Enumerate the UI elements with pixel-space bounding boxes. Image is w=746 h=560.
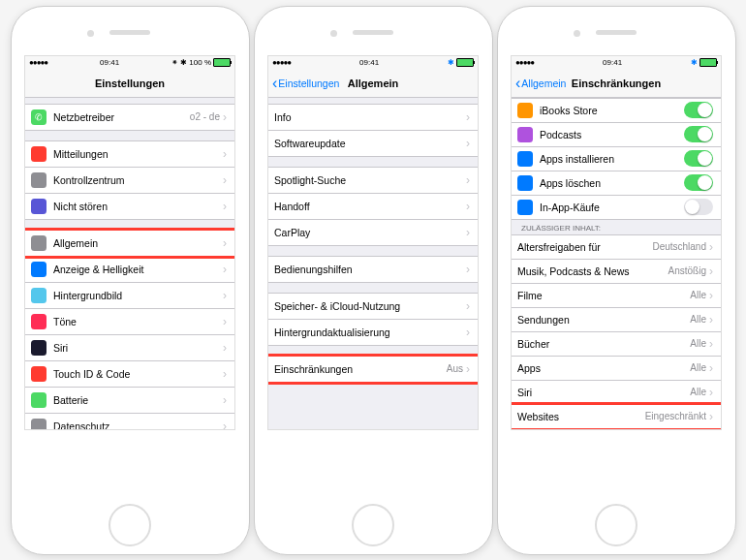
settings-row[interactable]: Bedienungshilfen›: [268, 256, 478, 283]
settings-row[interactable]: Kontrollzentrum›: [25, 168, 234, 194]
row-label: Töne: [53, 316, 220, 327]
row-label: Websites: [517, 411, 645, 422]
row-carrier[interactable]: ✆ Netzbetreiber o2 - de ›: [25, 104, 234, 131]
row-value: Eingeschränkt: [645, 411, 706, 421]
settings-row[interactable]: AppsAlle›: [512, 357, 721, 381]
settings-row[interactable]: CarPlay›: [268, 220, 478, 246]
home-button[interactable]: [109, 504, 151, 546]
row-icon: [31, 262, 47, 277]
settings-row[interactable]: EinschränkungenAus›: [268, 356, 478, 383]
phone-general: ●●●●● 09:41 ✱ Einstellungen Allgemein In…: [254, 6, 493, 555]
settings-row[interactable]: Hintergrundbild›: [25, 283, 234, 309]
toggle-row[interactable]: Apps löschen: [512, 171, 721, 196]
row-label: Musik, Podcasts & News: [517, 265, 668, 277]
settings-row[interactable]: Nicht stören›: [25, 194, 234, 220]
settings-row[interactable]: Mitteilungen›: [25, 140, 234, 168]
toggle-switch[interactable]: [684, 126, 713, 142]
back-button[interactable]: Einstellungen: [272, 78, 339, 89]
row-label: Hintergrundbild: [53, 290, 220, 301]
toggle-row[interactable]: Podcasts: [512, 123, 721, 147]
settings-row[interactable]: WebsitesEingeschränkt›: [512, 405, 721, 429]
row-label: Allgemein: [53, 237, 220, 249]
row-value: Alle: [690, 314, 706, 325]
general-list[interactable]: Info›Softwareupdate›Spotlight-Suche›Hand…: [268, 98, 478, 429]
nav-title: Einschränkungen: [572, 78, 661, 89]
row-value: Deutschland: [652, 241, 706, 252]
back-button[interactable]: Allgemein: [515, 78, 566, 89]
settings-row[interactable]: BücherAlle›: [512, 332, 721, 357]
row-label: Siri: [53, 342, 220, 354]
row-icon: [31, 235, 47, 251]
settings-row[interactable]: SiriAlle›: [512, 381, 721, 405]
toggle-row[interactable]: iBooks Store: [512, 98, 721, 123]
row-label: Altersfreigaben für: [517, 241, 652, 253]
nav-bar: Einstellungen Allgemein: [268, 70, 478, 98]
toggle-row[interactable]: Apps installieren: [512, 147, 721, 171]
toggle-switch[interactable]: [684, 150, 713, 167]
settings-row[interactable]: Batterie›: [25, 388, 234, 414]
row-value: Aus: [447, 363, 463, 374]
settings-list[interactable]: ✆ Netzbetreiber o2 - de › Mitteilungen›K…: [25, 98, 234, 429]
row-label: Apps: [517, 362, 690, 374]
row-icon: [31, 419, 47, 429]
settings-row[interactable]: Spotlight-Suche›: [268, 167, 478, 194]
row-label: Batterie: [53, 394, 220, 406]
settings-row[interactable]: Datenschutz›: [25, 414, 234, 429]
toggle-switch[interactable]: [684, 174, 713, 191]
row-value: Alle: [690, 338, 706, 349]
row-label: In-App-Käufe: [540, 202, 684, 213]
settings-row[interactable]: Handoff›: [268, 194, 478, 220]
app-icon: [517, 127, 533, 142]
status-bar: ●●●●● 09:41 ⁕ ✱100 %: [25, 56, 234, 70]
nav-title: Einstellungen: [95, 78, 165, 89]
row-icon: [31, 288, 47, 303]
settings-row[interactable]: SendungenAlle›: [512, 308, 721, 332]
row-icon: [31, 366, 47, 382]
app-icon: [517, 151, 533, 167]
app-icon: [517, 103, 533, 118]
settings-row[interactable]: Hintergrundaktualisierung›: [268, 320, 478, 346]
row-value: Alle: [690, 290, 706, 300]
screen: ●●●●● 09:41 ✱ Einstellungen Allgemein In…: [267, 55, 479, 430]
row-icon: [31, 199, 47, 214]
toggle-switch[interactable]: [684, 102, 713, 118]
screen: ●●●●● 09:41 ✱ Allgemein Einschränkungen …: [511, 55, 722, 430]
settings-row[interactable]: Töne›: [25, 309, 234, 335]
row-label: Speicher- & iCloud-Nutzung: [274, 300, 463, 312]
phone-restrictions: ●●●●● 09:41 ✱ Allgemein Einschränkungen …: [497, 6, 736, 555]
home-button[interactable]: [595, 504, 637, 546]
status-bar: ●●●●● 09:41 ✱: [512, 56, 721, 70]
row-label: Datenschutz: [53, 420, 220, 429]
settings-row[interactable]: Info›: [268, 104, 478, 131]
status-bar: ●●●●● 09:41 ✱: [268, 56, 478, 70]
row-icon: [31, 146, 47, 162]
settings-row[interactable]: Altersfreigaben fürDeutschland›: [512, 234, 721, 260]
settings-row[interactable]: Anzeige & Helligkeit›: [25, 257, 234, 283]
restrictions-list[interactable]: iBooks StorePodcastsApps installierenApp…: [512, 98, 721, 429]
row-label: Kontrollzentrum: [53, 174, 220, 186]
settings-row[interactable]: Touch ID & Code›: [25, 361, 234, 388]
row-label: Softwareupdate: [274, 138, 463, 149]
row-label: Info: [274, 111, 463, 123]
row-label: Mitteilungen: [53, 148, 220, 160]
row-icon: [31, 172, 47, 188]
settings-row[interactable]: Allgemein›: [25, 230, 234, 257]
settings-row[interactable]: FilmeAlle›: [512, 284, 721, 308]
row-label: Anzeige & Helligkeit: [53, 264, 220, 275]
row-label: CarPlay: [274, 227, 463, 238]
row-icon: [31, 314, 47, 329]
app-icon: [517, 175, 533, 191]
row-label: Sendungen: [517, 314, 690, 326]
row-label: Filme: [517, 290, 690, 301]
settings-row[interactable]: Speicher- & iCloud-Nutzung›: [268, 293, 478, 320]
settings-row[interactable]: Siri›: [25, 335, 234, 361]
home-button[interactable]: [352, 504, 394, 546]
row-label: Touch ID & Code: [53, 368, 220, 380]
row-value: o2 - de: [190, 111, 220, 122]
settings-row[interactable]: Musik, Podcasts & NewsAnstößig›: [512, 260, 721, 284]
toggle-switch[interactable]: [684, 199, 713, 215]
row-label: Hintergrundaktualisierung: [274, 327, 463, 338]
settings-row[interactable]: Softwareupdate›: [268, 131, 478, 157]
toggle-row[interactable]: In-App-Käufe: [512, 196, 721, 220]
phone-settings: ●●●●● 09:41 ⁕ ✱100 % Einstellungen ✆ Net…: [11, 6, 250, 555]
